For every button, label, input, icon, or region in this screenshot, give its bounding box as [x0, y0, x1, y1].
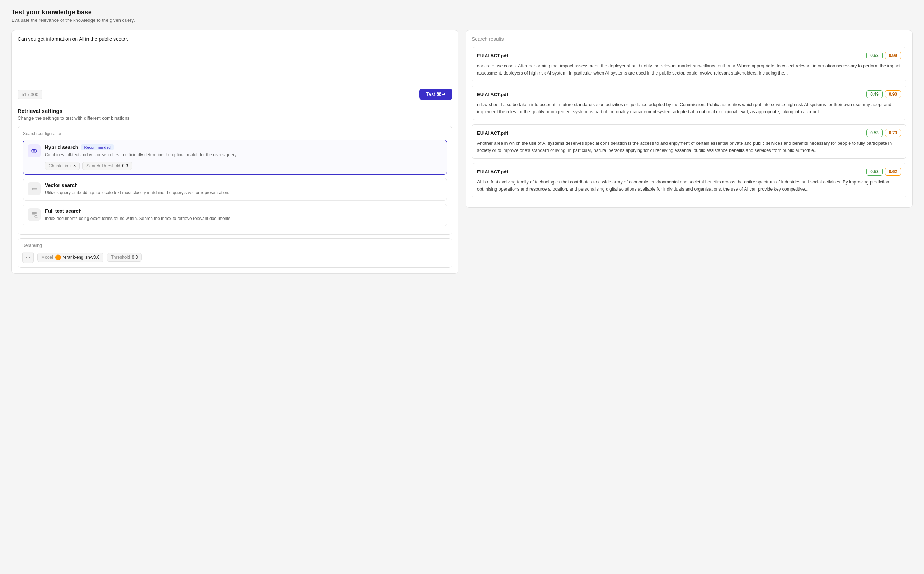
retrieval-settings-subtitle: Change the settings to test with differe… [17, 115, 453, 121]
result-filename-3: EU AI ACT.pdf [477, 131, 508, 136]
score2-1: 0.99 [885, 52, 901, 60]
search-config-box: Search configuration Hybrid search Recom… [17, 126, 453, 235]
score1-4: 0.53 [866, 168, 882, 175]
vector-search-icon [28, 182, 41, 195]
svg-rect-6 [32, 214, 35, 215]
fulltext-search-icon [28, 208, 41, 221]
score2-3: 0.73 [885, 129, 901, 137]
result-text-2: n law should also be taken into account … [477, 101, 901, 115]
reranking-menu-button[interactable]: ··· [22, 252, 34, 263]
right-panel: Search results EU AI ACT.pdf 0.53 0.99 c… [465, 30, 913, 208]
reranking-row: ··· Model 🟠 rerank-english-v3.0 Threshol… [22, 252, 448, 263]
search-threshold-tag: Search Threshold 0.3 [82, 162, 132, 170]
reranking-label: Reranking [22, 243, 448, 248]
hybrid-search-name: Hybrid search Recommended [45, 144, 442, 150]
svg-point-2 [32, 188, 33, 189]
hybrid-search-tags: Chunk Limit 5 Search Threshold 0.3 [45, 162, 442, 170]
char-count: 51 / 300 [17, 90, 42, 99]
result-card-1: EU AI ACT.pdf 0.53 0.99 concrete use cas… [471, 47, 907, 81]
chunk-limit-tag: Chunk Limit 5 [45, 162, 80, 170]
query-footer: 51 / 300 Test ⌘↵ [17, 85, 453, 100]
search-config-label: Search configuration [23, 131, 447, 136]
test-button[interactable]: Test ⌘↵ [419, 88, 453, 100]
vector-search-name: Vector search [45, 182, 442, 188]
query-input[interactable] [17, 36, 453, 79]
search-results-title: Search results [471, 36, 907, 42]
result-text-3: Another area in which the use of AI syst… [477, 140, 901, 154]
result-card-3: EU AI ACT.pdf 0.53 0.73 Another area in … [471, 125, 907, 159]
result-header-1: EU AI ACT.pdf 0.53 0.99 [477, 52, 901, 60]
reranking-threshold-tag: Threshold 0.3 [107, 253, 142, 262]
vector-search-body: Vector search Utilizes query embeddings … [45, 182, 442, 196]
score-badges-2: 0.49 0.93 [866, 90, 901, 98]
result-card-4: EU AI ACT.pdf 0.53 0.62 AI is a fast evo… [471, 163, 907, 197]
result-filename-1: EU AI ACT.pdf [477, 53, 508, 58]
result-filename-2: EU AI ACT.pdf [477, 92, 508, 97]
result-filename-4: EU AI ACT.pdf [477, 169, 508, 175]
reranking-box: Reranking ··· Model 🟠 rerank-english-v3.… [17, 238, 453, 268]
result-header-2: EU AI ACT.pdf 0.49 0.93 [477, 90, 901, 98]
hybrid-search-desc: Combines full-text and vector searches t… [45, 151, 442, 158]
retrieval-settings-title: Retrieval settings [17, 108, 453, 114]
score1-2: 0.49 [866, 90, 882, 98]
left-panel: 51 / 300 Test ⌘↵ Retrieval settings Chan… [11, 30, 459, 274]
score-badges-1: 0.53 0.99 [866, 52, 901, 60]
svg-line-9 [37, 218, 38, 218]
score2-2: 0.93 [885, 90, 901, 98]
svg-point-1 [34, 150, 36, 152]
hybrid-search-body: Hybrid search Recommended Combines full-… [45, 144, 442, 170]
result-header-4: EU AI ACT.pdf 0.53 0.62 [477, 168, 901, 175]
score2-4: 0.62 [885, 168, 901, 175]
result-header-3: EU AI ACT.pdf 0.53 0.73 [477, 129, 901, 137]
vector-search-option[interactable]: Vector search Utilizes query embeddings … [23, 178, 447, 201]
score-badges-4: 0.53 0.62 [866, 168, 901, 175]
svg-rect-5 [32, 213, 36, 214]
recommended-badge: Recommended [81, 144, 114, 150]
reranking-model-tag: Model 🟠 rerank-english-v3.0 [37, 252, 103, 262]
result-text-1: concrete use cases. After performing tha… [477, 62, 901, 77]
score-badges-3: 0.53 0.73 [866, 129, 901, 137]
result-card-2: EU AI ACT.pdf 0.49 0.93 n law should als… [471, 86, 907, 120]
page-subtitle: Evaluate the relevance of the knowledge … [11, 17, 913, 23]
vector-search-desc: Utilizes query embeddings to locate text… [45, 189, 442, 196]
page-title: Test your knowledge base [11, 9, 913, 16]
result-text-4: AI is a fast evolving family of technolo… [477, 178, 901, 193]
fulltext-search-desc: Index documents using exact terms found … [45, 215, 442, 222]
svg-point-3 [33, 188, 35, 189]
fulltext-search-name: Full text search [45, 208, 442, 214]
hybrid-search-option[interactable]: Hybrid search Recommended Combines full-… [23, 140, 447, 175]
fulltext-search-body: Full text search Index documents using e… [45, 208, 442, 222]
svg-point-4 [35, 188, 36, 189]
fulltext-search-option[interactable]: Full text search Index documents using e… [23, 203, 447, 226]
score1-3: 0.53 [866, 129, 882, 137]
hybrid-search-icon [28, 144, 41, 157]
score1-1: 0.53 [866, 52, 882, 60]
